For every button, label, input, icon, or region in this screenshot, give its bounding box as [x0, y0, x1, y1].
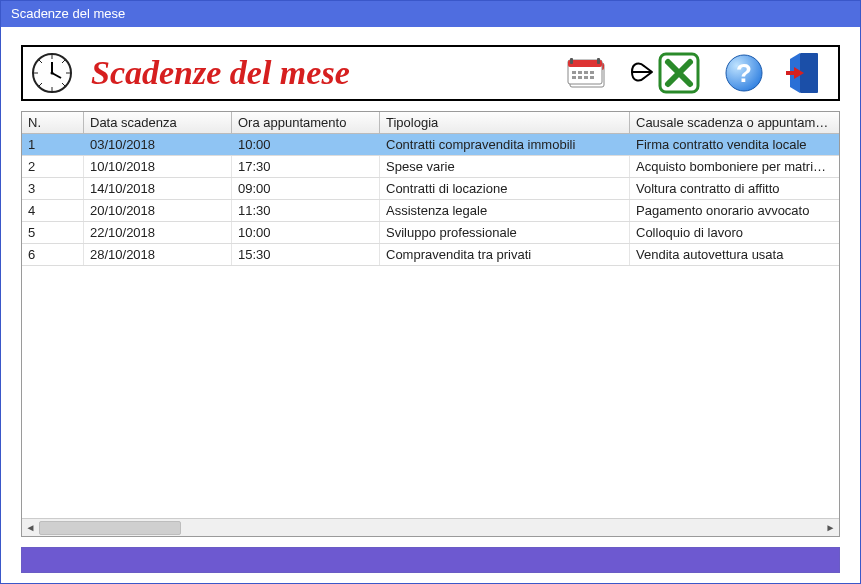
help-button[interactable]: ? — [724, 53, 764, 93]
cell: Firma contratto vendita locale — [630, 134, 839, 155]
export-excel-button[interactable] — [630, 52, 702, 94]
cell: Spese varie — [380, 156, 630, 177]
window-title: Scadenze del mese — [11, 6, 125, 21]
table-row[interactable]: 628/10/201815:30Compravendita tra privat… — [22, 244, 839, 266]
svg-rect-16 — [570, 58, 573, 64]
svg-rect-17 — [597, 58, 600, 64]
cell: 11:30 — [232, 200, 380, 221]
scroll-track[interactable] — [39, 519, 822, 536]
toolbar: ? — [566, 51, 830, 95]
clock-icon — [31, 52, 73, 94]
cell: 15:30 — [232, 244, 380, 265]
svg-rect-18 — [572, 71, 576, 74]
cell: Sviluppo professionale — [380, 222, 630, 243]
svg-rect-19 — [578, 71, 582, 74]
col-cause[interactable]: Causale scadenza o appuntamento — [630, 112, 839, 133]
cell: Assistenza legale — [380, 200, 630, 221]
table-row[interactable]: 103/10/201810:00Contratti compravendita … — [22, 134, 839, 156]
data-grid: N. Data scadenza Ora appuntamento Tipolo… — [21, 111, 840, 537]
client-area: Scadenze del mese — [1, 27, 860, 583]
table-row[interactable]: 210/10/201817:30Spese varieAcquisto bomb… — [22, 156, 839, 178]
cell: 5 — [22, 222, 84, 243]
cell: 10:00 — [232, 134, 380, 155]
col-type[interactable]: Tipologia — [380, 112, 630, 133]
cell: 4 — [22, 200, 84, 221]
cell: 28/10/2018 — [84, 244, 232, 265]
cell: Contratti di locazione — [380, 178, 630, 199]
cell: 2 — [22, 156, 84, 177]
cell: Voltura contratto di affitto — [630, 178, 839, 199]
svg-rect-25 — [590, 76, 594, 79]
grid-body: 103/10/201810:00Contratti compravendita … — [22, 134, 839, 518]
table-row[interactable]: 314/10/201809:00Contratti di locazioneVo… — [22, 178, 839, 200]
col-number[interactable]: N. — [22, 112, 84, 133]
cell: Colloquio di lavoro — [630, 222, 839, 243]
cell: 10/10/2018 — [84, 156, 232, 177]
table-row[interactable]: 420/10/201811:30Assistenza legalePagamen… — [22, 200, 839, 222]
cell: 3 — [22, 178, 84, 199]
header-panel: Scadenze del mese — [21, 45, 840, 101]
cell: 6 — [22, 244, 84, 265]
cell: 22/10/2018 — [84, 222, 232, 243]
horizontal-scrollbar[interactable]: ◄ ► — [22, 518, 839, 536]
app-window: Scadenze del mese — [0, 0, 861, 584]
cell: Acquisto bomboniere per matrimonio — [630, 156, 839, 177]
svg-rect-20 — [584, 71, 588, 74]
svg-rect-21 — [590, 71, 594, 74]
cell: Contratti compravendita immobili — [380, 134, 630, 155]
calendar-icon[interactable] — [566, 53, 608, 93]
cell: Compravendita tra privati — [380, 244, 630, 265]
scroll-right-arrow[interactable]: ► — [822, 519, 839, 536]
cell: 03/10/2018 — [84, 134, 232, 155]
cell: 17:30 — [232, 156, 380, 177]
cell: 10:00 — [232, 222, 380, 243]
svg-point-11 — [51, 72, 54, 75]
titlebar[interactable]: Scadenze del mese — [1, 1, 860, 27]
cell: 1 — [22, 134, 84, 155]
col-date[interactable]: Data scadenza — [84, 112, 232, 133]
grid-header: N. Data scadenza Ora appuntamento Tipolo… — [22, 112, 839, 134]
svg-rect-23 — [578, 76, 582, 79]
cell: Pagamento onorario avvocato — [630, 200, 839, 221]
cell: 09:00 — [232, 178, 380, 199]
svg-rect-15 — [568, 60, 602, 67]
scroll-thumb[interactable] — [39, 521, 181, 535]
exit-button[interactable] — [786, 51, 826, 95]
svg-text:?: ? — [736, 58, 752, 88]
status-bar — [21, 547, 840, 573]
cell: Vendita autovettura usata — [630, 244, 839, 265]
page-title: Scadenze del mese — [83, 54, 358, 92]
svg-rect-22 — [572, 76, 576, 79]
cell: 20/10/2018 — [84, 200, 232, 221]
scroll-left-arrow[interactable]: ◄ — [22, 519, 39, 536]
cell: 14/10/2018 — [84, 178, 232, 199]
col-time[interactable]: Ora appuntamento — [232, 112, 380, 133]
table-row[interactable]: 522/10/201810:00Sviluppo professionaleCo… — [22, 222, 839, 244]
svg-rect-24 — [584, 76, 588, 79]
